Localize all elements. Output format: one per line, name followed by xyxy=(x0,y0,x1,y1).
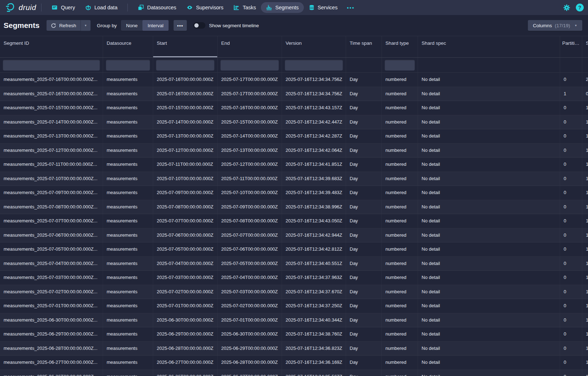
column-header-shard-type[interactable]: Shard type xyxy=(382,36,418,57)
cell-start: 2025-07-09T00:00:00.000Z xyxy=(153,186,218,200)
cell-time-span: Day xyxy=(346,158,382,172)
cell-start: 2025-07-16T00:00:00.000Z xyxy=(153,87,218,101)
nav-item-services[interactable]: Services xyxy=(304,2,343,13)
nav-item-label: Services xyxy=(318,5,338,10)
columns-button[interactable]: Columns (17/19) ▼ xyxy=(528,20,582,31)
table-row[interactable]: measurements_2025-07-09T00:00:00.000Z...… xyxy=(0,186,588,200)
cell-shard-type: numbered xyxy=(382,271,418,285)
table-row[interactable]: measurements_2025-06-30T00:00:00.000Z...… xyxy=(0,313,588,328)
cell-segment-id: measurements_2025-06-27T00:00:00.000Z... xyxy=(0,356,103,370)
datasource-filter-input[interactable] xyxy=(106,60,150,71)
column-header-end[interactable]: End xyxy=(218,36,282,57)
toolbar-more-button[interactable]: ••• xyxy=(174,20,187,31)
table-row[interactable]: measurements_2025-06-26T00:00:00.000Z...… xyxy=(0,370,588,376)
group-by-none-button[interactable]: None xyxy=(121,20,142,31)
cell-datasource: measurements xyxy=(103,172,153,186)
column-header-datasource[interactable]: Datasource xyxy=(103,36,153,57)
nav-divider xyxy=(41,4,42,11)
table-row[interactable]: measurements_2025-07-08T00:00:00.000Z...… xyxy=(0,200,588,214)
table-row[interactable]: measurements_2025-06-28T00:00:00.000Z...… xyxy=(0,342,588,356)
cell-partition: 0 xyxy=(560,313,582,327)
column-header-time-span[interactable]: Time span xyxy=(346,36,382,57)
column-header-size[interactable]: Size xyxy=(582,36,588,57)
cell-start: 2025-07-05T00:00:00.000Z xyxy=(153,242,218,256)
table-row[interactable]: measurements_2025-06-27T00:00:00.000Z...… xyxy=(0,356,588,370)
segment-timeline-toggle[interactable] xyxy=(193,22,205,29)
cell-size: 0 xyxy=(582,87,588,101)
column-header-shard-spec[interactable]: Shard spec xyxy=(418,36,560,57)
nav-item-supervisors[interactable]: Supervisors xyxy=(181,2,229,13)
cell-partition: 0 xyxy=(560,228,582,242)
table-row[interactable]: measurements_2025-07-05T00:00:00.000Z...… xyxy=(0,242,588,257)
cell-shard-type: numbered xyxy=(382,73,418,87)
column-header-start[interactable]: Start xyxy=(153,36,218,57)
cell-start: 2025-07-01T00:00:00.000Z xyxy=(153,299,218,313)
cell-time-span: Day xyxy=(346,313,382,327)
end-filter-input[interactable] xyxy=(220,60,279,71)
cell-version: 2025-07-16T12:34:42.944Z xyxy=(282,228,346,242)
table-row[interactable]: measurements_2025-07-15T00:00:00.000Z...… xyxy=(0,101,588,115)
cell-partition: 0 xyxy=(560,200,582,214)
cell-partition: 0 xyxy=(560,356,582,370)
start-filter-input[interactable] xyxy=(156,60,214,71)
druid-logo[interactable]: druid xyxy=(5,2,36,13)
cell-time-span: Day xyxy=(346,172,382,186)
table-row[interactable]: measurements_2025-07-12T00:00:00.000Z...… xyxy=(0,144,588,158)
cell-end: 2025-06-29T00:00:00.000Z xyxy=(218,342,282,356)
columns-label: Columns xyxy=(533,23,552,28)
nav-item-load-data[interactable]: Load data xyxy=(80,2,123,13)
cell-shard-type: numbered xyxy=(382,327,418,341)
table-row[interactable]: measurements_2025-07-04T00:00:00.000Z...… xyxy=(0,257,588,271)
cell-version: 2025-07-16T12:34:37.963Z xyxy=(282,271,346,285)
table-row[interactable]: measurements_2025-07-03T00:00:00.000Z...… xyxy=(0,271,588,285)
table-row[interactable]: measurements_2025-07-01T00:00:00.000Z...… xyxy=(0,299,588,313)
table-row[interactable]: measurements_2025-07-06T00:00:00.000Z...… xyxy=(0,228,588,243)
table-row[interactable]: measurements_2025-07-16T00:00:00.000Z...… xyxy=(0,87,588,101)
table-row[interactable]: measurements_2025-06-29T00:00:00.000Z...… xyxy=(0,327,588,342)
column-header-segment-id[interactable]: Segment ID xyxy=(0,36,103,57)
segment-id-filter-input[interactable] xyxy=(3,60,100,71)
help-icon[interactable]: ? xyxy=(576,4,584,11)
cell-shard-type: numbered xyxy=(382,342,418,356)
table-row[interactable]: measurements_2025-07-07T00:00:00.000Z...… xyxy=(0,214,588,228)
column-header-version[interactable]: Version xyxy=(282,36,346,57)
table-row[interactable]: measurements_2025-07-16T00:00:00.000Z...… xyxy=(0,73,588,87)
group-by-interval-button[interactable]: Interval xyxy=(142,20,168,31)
chevron-down-icon: ▼ xyxy=(574,24,577,27)
table-row[interactable]: measurements_2025-07-11T00:00:00.000Z...… xyxy=(0,158,588,172)
table-row[interactable]: measurements_2025-07-02T00:00:00.000Z...… xyxy=(0,285,588,299)
druid-logo-icon xyxy=(5,2,16,13)
cell-version: 2025-07-16T12:34:37.670Z xyxy=(282,285,346,299)
table-row[interactable]: measurements_2025-07-14T00:00:00.000Z...… xyxy=(0,115,588,130)
settings-gear-icon[interactable] xyxy=(563,4,570,11)
nav-more-button[interactable]: ••• xyxy=(342,5,359,11)
column-header-partitions[interactable]: Partitions xyxy=(560,36,582,57)
nav-item-segments[interactable]: Segments xyxy=(261,2,303,13)
cell-end: 2025-07-16T00:00:00.000Z xyxy=(218,101,282,115)
cell-start: 2025-06-29T00:00:00.000Z xyxy=(153,327,218,341)
cell-time-span: Day xyxy=(346,285,382,299)
cell-version: 2025-07-16T12:34:41.851Z xyxy=(282,158,346,172)
cell-version: 2025-07-16T12:34:36.823Z xyxy=(282,342,346,356)
nav-item-tasks[interactable]: Tasks xyxy=(228,2,261,13)
table-row[interactable]: measurements_2025-07-13T00:00:00.000Z...… xyxy=(0,129,588,144)
refresh-button[interactable]: Refresh xyxy=(47,20,80,31)
table-body[interactable]: measurements_2025-07-16T00:00:00.000Z...… xyxy=(0,73,588,376)
cell-shard-spec: No detail xyxy=(418,342,560,356)
shard-type-filter-input[interactable] xyxy=(385,60,415,71)
cell-shard-type: numbered xyxy=(382,87,418,101)
nav-item-query[interactable]: Query xyxy=(47,2,80,13)
cell-start: 2025-07-15T00:00:00.000Z xyxy=(153,101,218,115)
cell-end: 2025-07-09T00:00:00.000Z xyxy=(218,200,282,214)
cell-time-span: Day xyxy=(346,356,382,370)
cell-start: 2025-07-11T00:00:00.000Z xyxy=(153,158,218,172)
cell-start: 2025-07-02T00:00:00.000Z xyxy=(153,285,218,299)
refresh-caret-button[interactable]: ▼ xyxy=(81,20,91,31)
cell-version: 2025-07-16T12:34:40.551Z xyxy=(282,257,346,271)
cell-shard-type: numbered xyxy=(382,172,418,186)
cell-time-span: Day xyxy=(346,242,382,256)
table-row[interactable]: measurements_2025-07-10T00:00:00.000Z...… xyxy=(0,172,588,186)
nav-item-datasources[interactable]: Datasources xyxy=(133,2,181,13)
cell-shard-spec: No detail xyxy=(418,87,560,101)
version-filter-input[interactable] xyxy=(285,60,343,71)
